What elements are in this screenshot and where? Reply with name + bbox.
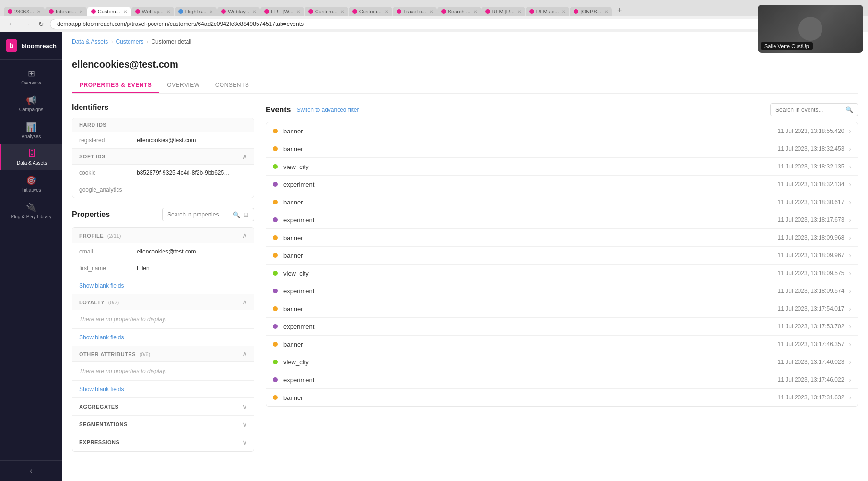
event-name-6: banner [283, 234, 778, 241]
tab-close[interactable]: ✕ [429, 9, 433, 14]
data-assets-icon: 🗄 [28, 149, 36, 159]
sidebar-item-overview[interactable]: ⊞ Overview [0, 63, 62, 90]
tab-close[interactable]: ✕ [252, 9, 256, 14]
collapse-icon[interactable]: ‹ [30, 467, 32, 475]
event-row-5[interactable]: experiment 11 Jul 2023, 13:18:17.673 › [266, 211, 858, 229]
tab-close[interactable]: ✕ [37, 9, 41, 14]
tab-8[interactable]: Custom... ✕ [305, 7, 348, 16]
events-list: banner 11 Jul 2023, 13:18:55.420 › banne… [266, 122, 858, 407]
properties-search-input[interactable] [167, 211, 230, 218]
event-row-10[interactable]: banner 11 Jul 2023, 13:17:54.017 › [266, 300, 858, 318]
tab-close[interactable]: ✕ [604, 9, 608, 14]
event-time-3: 11 Jul 2023, 13:18:32.134 [778, 181, 845, 188]
event-dot-10 [273, 306, 278, 311]
tab-close[interactable]: ✕ [385, 9, 388, 14]
event-row-0[interactable]: banner 11 Jul 2023, 13:18:55.420 › [266, 122, 858, 140]
event-dot-11 [273, 324, 278, 329]
new-tab-button[interactable]: + [612, 4, 626, 16]
expressions-row[interactable]: EXPRESSIONS ∨ [72, 433, 254, 451]
tab-overview[interactable]: OVERVIEW [159, 78, 207, 93]
tab-close[interactable]: ✕ [166, 9, 170, 14]
segmentations-chevron: ∨ [242, 421, 247, 428]
sidebar-item-data-assets[interactable]: 🗄 Data & Assets [0, 144, 62, 170]
event-row-1[interactable]: banner 11 Jul 2023, 13:18:32.453 › [266, 140, 858, 158]
tab-consents[interactable]: CONSENTS [208, 78, 257, 93]
segmentations-row[interactable]: SEGMENTATIONS ∨ [72, 416, 254, 433]
event-row-6[interactable]: banner 11 Jul 2023, 13:18:09.968 › [266, 229, 858, 247]
aggregates-row[interactable]: AGGREGATES ∨ [72, 398, 254, 416]
breadcrumb-sep-1: › [111, 38, 113, 45]
sidebar-item-initiatives[interactable]: 🎯 Initiatives [0, 170, 62, 197]
event-row-15[interactable]: banner 11 Jul 2023, 13:17:31.632 › [266, 389, 858, 406]
show-blank-link-loyalty[interactable]: Show blank fields [79, 334, 124, 341]
back-button[interactable]: ← [6, 20, 17, 28]
event-row-4[interactable]: banner 11 Jul 2023, 13:18:30.617 › [266, 193, 858, 211]
event-time-4: 11 Jul 2023, 13:18:30.617 [778, 199, 845, 205]
profile-count: (2/11) [107, 233, 121, 239]
event-row-3[interactable]: experiment 11 Jul 2023, 13:18:32.134 › [266, 176, 858, 193]
tab-close[interactable]: ✕ [296, 9, 300, 14]
soft-ids-collapse-icon[interactable]: ∧ [242, 153, 247, 160]
show-blank-fields-other[interactable]: Show blank fields [72, 381, 254, 398]
loyalty-collapse-icon[interactable]: ∧ [242, 298, 247, 306]
tab-12[interactable]: RFM [R... ✕ [481, 7, 525, 16]
switch-filter-link[interactable]: Switch to advanced filter [296, 107, 359, 113]
tab-6[interactable]: Weblay... ✕ [217, 7, 260, 16]
event-dot-9 [273, 289, 278, 293]
event-arrow-13: › [849, 358, 851, 366]
show-blank-fields-profile[interactable]: Show blank fields [72, 277, 254, 294]
tab-13[interactable]: RFM ac... ✕ [526, 7, 570, 16]
breadcrumb-item-2[interactable]: Customers [116, 38, 143, 45]
event-row-12[interactable]: banner 11 Jul 2023, 13:17:46.357 › [266, 336, 858, 353]
other-attrs-collapse-icon[interactable]: ∧ [242, 350, 247, 358]
sidebar-label: Data & Assets [17, 160, 47, 166]
tab-1[interactable]: 2306X... ✕ [4, 7, 45, 16]
tab-close[interactable]: ✕ [123, 9, 127, 14]
video-person-silhouette [798, 17, 822, 41]
tab-close[interactable]: ✕ [209, 9, 213, 14]
event-row-11[interactable]: experiment 11 Jul 2023, 13:17:53.702 › [266, 318, 858, 336]
sidebar-item-campaigns[interactable]: 📢 Campaigns [0, 90, 62, 117]
properties-filter-icon[interactable]: ⊟ [243, 211, 249, 218]
tab-7[interactable]: FR - [W... ✕ [260, 7, 304, 16]
events-search-input[interactable] [775, 107, 843, 113]
firstname-prop-value: Ellen [137, 265, 150, 272]
tabs-nav: PROPERTIES & EVENTS OVERVIEW CONSENTS [72, 78, 858, 94]
tab-close[interactable]: ✕ [562, 9, 565, 14]
breadcrumb-item-1[interactable]: Data & Assets [72, 38, 108, 45]
reload-button[interactable]: ↻ [36, 20, 46, 28]
tab-close[interactable]: ✕ [340, 9, 344, 14]
tab-close[interactable]: ✕ [79, 9, 83, 14]
tab-11[interactable]: Search ... ✕ [437, 7, 481, 16]
sidebar-collapse[interactable]: ‹ [0, 460, 62, 481]
sidebar-item-plug-play[interactable]: 🔌 Plug & Play Library [0, 197, 62, 224]
forward-button[interactable]: → [21, 20, 33, 28]
event-row-8[interactable]: view_city 11 Jul 2023, 13:18:09.575 › [266, 265, 858, 282]
tab-4[interactable]: Weblay... ✕ [131, 7, 174, 16]
show-blank-fields-loyalty[interactable]: Show blank fields [72, 329, 254, 346]
show-blank-link-other[interactable]: Show blank fields [79, 386, 124, 393]
event-row-9[interactable]: experiment 11 Jul 2023, 13:18:09.574 › [266, 282, 858, 300]
tab-3-active[interactable]: Custom... ✕ [87, 7, 131, 16]
tab-5[interactable]: Flight s... ✕ [175, 7, 217, 16]
event-row-2[interactable]: view_city 11 Jul 2023, 13:18:32.135 › [266, 158, 858, 176]
sidebar: b bloomreach ⊞ Overview 📢 Campaigns 📊 An… [0, 32, 62, 481]
events-search-box[interactable]: 🔍 [770, 103, 858, 116]
tab-close[interactable]: ✕ [517, 9, 521, 14]
properties-search-box[interactable]: 🔍 ⊟ [162, 208, 254, 221]
tab-9[interactable]: Custom... ✕ [349, 7, 392, 16]
profile-collapse-icon[interactable]: ∧ [242, 231, 247, 239]
loyalty-label: LOYALTY [79, 300, 105, 305]
event-row-7[interactable]: banner 11 Jul 2023, 13:18:09.967 › [266, 247, 858, 265]
tab-close[interactable]: ✕ [473, 9, 477, 14]
tab-10[interactable]: Travel c... ✕ [393, 7, 437, 16]
show-blank-link-profile[interactable]: Show blank fields [79, 282, 124, 289]
aggregates-label: AGGREGATES [79, 404, 118, 409]
event-row-14[interactable]: experiment 11 Jul 2023, 13:17:46.022 › [266, 371, 858, 389]
tab-properties-events[interactable]: PROPERTIES & EVENTS [72, 78, 159, 93]
address-bar[interactable]: demoapp.bloomreach.com/p/travel-poc/crm/… [50, 19, 862, 29]
event-row-13[interactable]: view_city 11 Jul 2023, 13:17:46.023 › [266, 353, 858, 371]
tab-2[interactable]: Interac... ✕ [45, 7, 87, 16]
tab-14[interactable]: [ONPS... ✕ [570, 7, 611, 16]
sidebar-item-analyses[interactable]: 📊 Analyses [0, 117, 62, 144]
